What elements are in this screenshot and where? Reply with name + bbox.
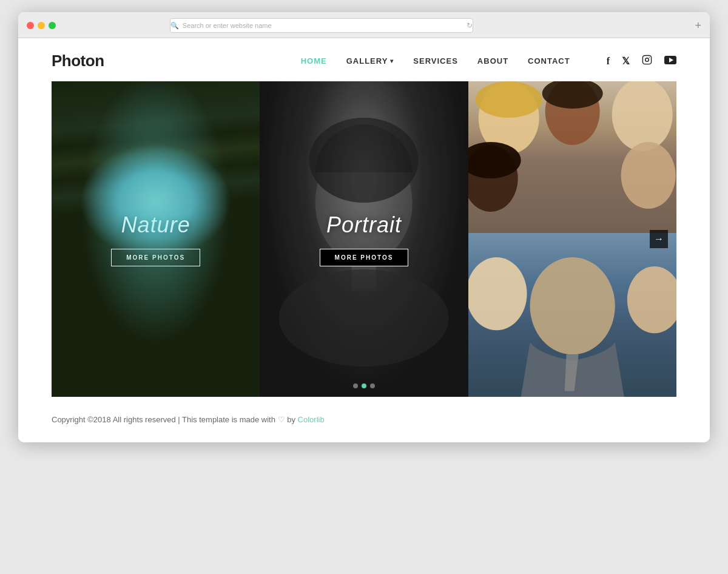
traffic-light-maximize[interactable]: [49, 22, 56, 29]
site-content: Photon HOME GALLERY ▾ SERVICES ABOUT CON…: [18, 38, 710, 442]
portrait-overlay: Portrait MORE PHOTOS: [260, 81, 468, 397]
dot-3[interactable]: [370, 383, 375, 388]
instagram-icon[interactable]: [642, 55, 652, 68]
search-icon: 🔍: [170, 22, 179, 30]
nav-services[interactable]: SERVICES: [413, 56, 458, 66]
panel-next-arrow[interactable]: →: [650, 230, 668, 248]
site-header: Photon HOME GALLERY ▾ SERVICES ABOUT CON…: [52, 38, 676, 81]
nav-contact[interactable]: CONTACT: [528, 56, 570, 66]
panel-nature[interactable]: Nature MORE PHOTOS: [52, 81, 260, 397]
nav-about[interactable]: ABOUT: [477, 56, 508, 66]
svg-point-13: [612, 81, 672, 151]
facebook-icon[interactable]: f: [607, 56, 610, 67]
dot-1[interactable]: [353, 383, 358, 388]
traffic-light-minimize[interactable]: [38, 22, 45, 29]
nature-overlay: Nature MORE PHOTOS: [52, 81, 260, 397]
photo-grid: Nature MORE PHOTOS: [52, 81, 676, 397]
people-image: [468, 81, 676, 397]
svg-rect-0: [642, 55, 651, 64]
footer-heart: ♡: [278, 415, 285, 424]
svg-point-1: [645, 58, 649, 61]
slider-dots: [353, 383, 375, 388]
svg-point-17: [530, 257, 615, 354]
new-tab-button[interactable]: +: [695, 19, 701, 32]
portrait-title: Portrait: [326, 212, 402, 238]
nature-more-btn[interactable]: MORE PHOTOS: [111, 249, 200, 266]
browser-window: 🔍 Search or enter website name ↻ + Photo…: [18, 12, 710, 442]
nature-bg-image: [52, 81, 260, 397]
site-nav: HOME GALLERY ▾ SERVICES ABOUT CONTACT: [301, 56, 570, 66]
panel-portrait[interactable]: Portrait MORE PHOTOS: [260, 81, 468, 397]
svg-point-20: [627, 266, 676, 333]
panel-people[interactable]: →: [468, 81, 676, 397]
traffic-light-close[interactable]: [27, 22, 34, 29]
gallery-dropdown-icon: ▾: [390, 58, 394, 64]
site-logo: Photon: [52, 52, 104, 70]
traffic-lights: [27, 22, 56, 29]
site-footer: Copyright ©2018 All rights reserved | Th…: [52, 415, 676, 430]
footer-copyright: Copyright ©2018 All rights reserved | Th…: [52, 415, 275, 424]
svg-point-2: [649, 56, 650, 57]
footer-brand[interactable]: Colorlib: [298, 415, 325, 424]
nature-title: Nature: [121, 212, 190, 238]
youtube-icon[interactable]: [664, 55, 676, 67]
portrait-more-btn[interactable]: MORE PHOTOS: [320, 249, 409, 266]
nav-home[interactable]: HOME: [301, 56, 327, 66]
footer-by: by: [287, 415, 295, 424]
dot-2[interactable]: [362, 383, 366, 388]
nav-gallery[interactable]: GALLERY ▾: [346, 56, 394, 66]
address-bar[interactable]: 🔍 Search or enter website name ↻: [170, 18, 473, 33]
svg-point-19: [468, 257, 527, 330]
svg-point-10: [475, 81, 542, 118]
reload-icon[interactable]: ↻: [467, 21, 473, 30]
social-icons: f 𝕏: [607, 55, 676, 68]
svg-point-16: [621, 142, 675, 209]
address-text: Search or enter website name: [183, 22, 272, 29]
browser-chrome: 🔍 Search or enter website name ↻ +: [18, 12, 710, 38]
twitter-icon[interactable]: 𝕏: [622, 55, 630, 67]
